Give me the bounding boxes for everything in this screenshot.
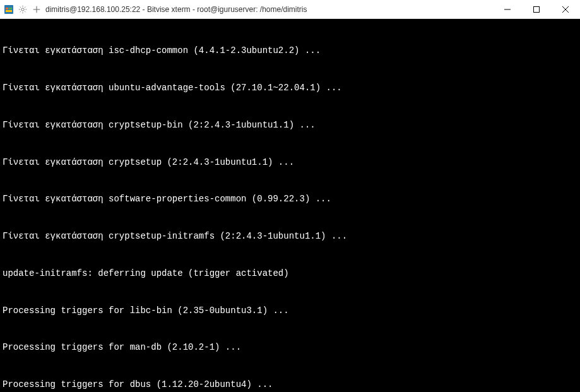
minimize-button[interactable] bbox=[493, 0, 522, 18]
svg-rect-2 bbox=[9, 8, 12, 9]
svg-rect-5 bbox=[534, 6, 540, 12]
terminal-line: Processing triggers for dbus (1.12.20-2u… bbox=[3, 379, 577, 391]
svg-rect-3 bbox=[6, 10, 12, 12]
svg-rect-1 bbox=[6, 8, 8, 9]
terminal-line: Γίνεται εγκατάσταση cryptsetup-initramfs… bbox=[3, 230, 577, 243]
terminal-line: Γίνεται εγκατάσταση cryptsetup-bin (2:2.… bbox=[3, 119, 577, 132]
terminal-line: update-initramfs: deferring update (trig… bbox=[3, 268, 577, 280]
window-controls bbox=[493, 0, 580, 18]
close-button[interactable] bbox=[551, 0, 580, 18]
maximize-button[interactable] bbox=[522, 0, 551, 18]
gear-icon[interactable] bbox=[18, 4, 28, 15]
terminal-line: Processing triggers for libc-bin (2.35-0… bbox=[3, 305, 577, 318]
terminal-line: Γίνεται εγκατάσταση isc-dhcp-common (4.4… bbox=[3, 45, 577, 57]
terminal-line: Γίνεται εγκατάσταση cryptsetup (2:2.4.3-… bbox=[3, 157, 577, 169]
svg-point-4 bbox=[21, 8, 24, 10]
titlebar-icons bbox=[4, 4, 42, 15]
terminal-line: Γίνεται εγκατάσταση software-properties-… bbox=[3, 193, 577, 206]
app-icon bbox=[4, 4, 14, 15]
plus-icon[interactable] bbox=[32, 4, 42, 15]
terminal-line: Γίνεται εγκατάσταση ubuntu-advantage-too… bbox=[3, 82, 577, 95]
terminal-line: Processing triggers for man-db (2.10.2-1… bbox=[3, 342, 577, 354]
terminal-output[interactable]: Γίνεται εγκατάσταση isc-dhcp-common (4.4… bbox=[0, 19, 580, 392]
titlebar: dimitris@192.168.100.25:22 - Bitvise xte… bbox=[0, 0, 580, 19]
window-title: dimitris@192.168.100.25:22 - Bitvise xte… bbox=[45, 5, 493, 14]
